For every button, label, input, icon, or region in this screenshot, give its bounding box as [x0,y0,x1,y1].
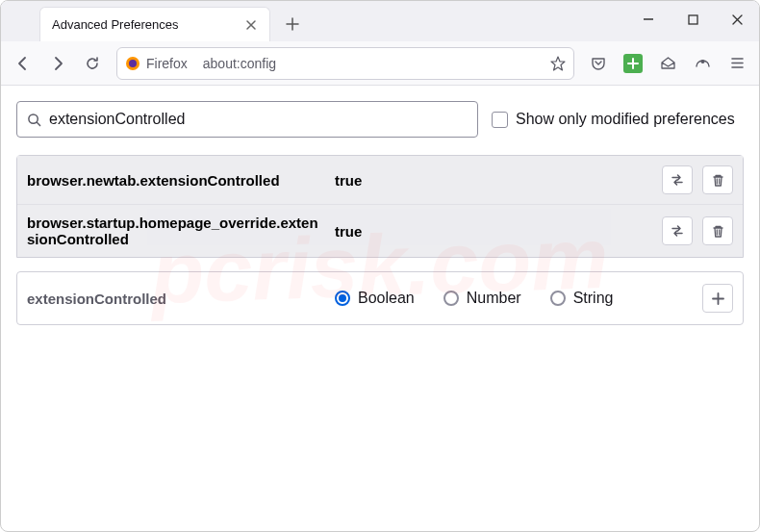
preference-value: true [335,223,652,240]
delete-button[interactable] [702,165,733,194]
type-radio-group: Boolean Number String [335,290,693,307]
mail-icon[interactable] [651,47,684,80]
identity-box[interactable]: Firefox [125,56,195,71]
reload-button[interactable] [76,47,109,80]
back-button[interactable] [7,47,39,80]
identity-label: Firefox [146,56,188,71]
account-icon[interactable] [686,47,719,80]
radio-label-text: String [573,290,614,307]
add-button[interactable] [702,284,733,313]
extension-icon[interactable] [617,47,649,80]
checkbox-icon [492,112,508,128]
radio-boolean[interactable]: Boolean [335,290,415,307]
svg-rect-0 [689,15,697,24]
window-frame: Advanced Preferences [0,0,760,532]
radio-icon [550,291,566,306]
forward-button[interactable] [41,47,74,80]
preference-row[interactable]: browser.newtab.extensionControlled true [17,156,743,205]
tab-title: Advanced Preferences [52,17,242,32]
preference-name: browser.startup.homepage_override.extens… [27,215,325,247]
new-tab-button[interactable] [278,10,307,38]
new-preference-row: extensionControlled Boolean Number Strin… [16,271,744,325]
bookmark-star-icon[interactable] [550,56,566,71]
toggle-button[interactable] [662,165,693,194]
close-window-button[interactable] [715,1,759,38]
radio-label-text: Boolean [358,290,415,307]
close-tab-icon[interactable] [242,16,260,34]
preference-name: browser.newtab.extensionControlled [27,172,325,189]
page-content: Show only modified preferences browser.n… [1,86,759,341]
radio-number[interactable]: Number [443,290,521,307]
minimize-button[interactable] [626,1,671,38]
url-text: about:config [203,56,543,71]
app-menu-button[interactable] [721,47,753,80]
pocket-icon[interactable] [582,47,615,80]
search-row: Show only modified preferences [16,101,744,138]
url-bar[interactable]: Firefox about:config [116,47,574,80]
browser-tab[interactable]: Advanced Preferences [39,7,270,41]
radio-label-text: Number [467,290,521,307]
radio-icon [443,291,459,306]
delete-button[interactable] [702,216,733,245]
checkbox-label: Show only modified preferences [516,111,735,128]
preference-value: true [335,172,652,189]
preference-row[interactable]: browser.startup.homepage_override.extens… [17,205,743,257]
firefox-icon [125,56,140,71]
show-modified-checkbox[interactable]: Show only modified preferences [492,111,735,128]
radio-icon [335,291,350,306]
navigation-toolbar: Firefox about:config [1,41,759,86]
svg-point-3 [700,60,704,63]
window-controls [626,1,759,38]
toggle-button[interactable] [662,216,693,245]
new-preference-name: extensionControlled [27,291,325,307]
preference-results: browser.newtab.extensionControlled true … [16,155,744,258]
title-bar: Advanced Preferences [1,1,759,41]
svg-point-2 [129,60,137,67]
search-input[interactable] [49,111,468,128]
search-icon [27,113,41,127]
radio-string[interactable]: String [550,290,614,307]
search-box[interactable] [16,101,478,138]
maximize-button[interactable] [671,1,715,38]
